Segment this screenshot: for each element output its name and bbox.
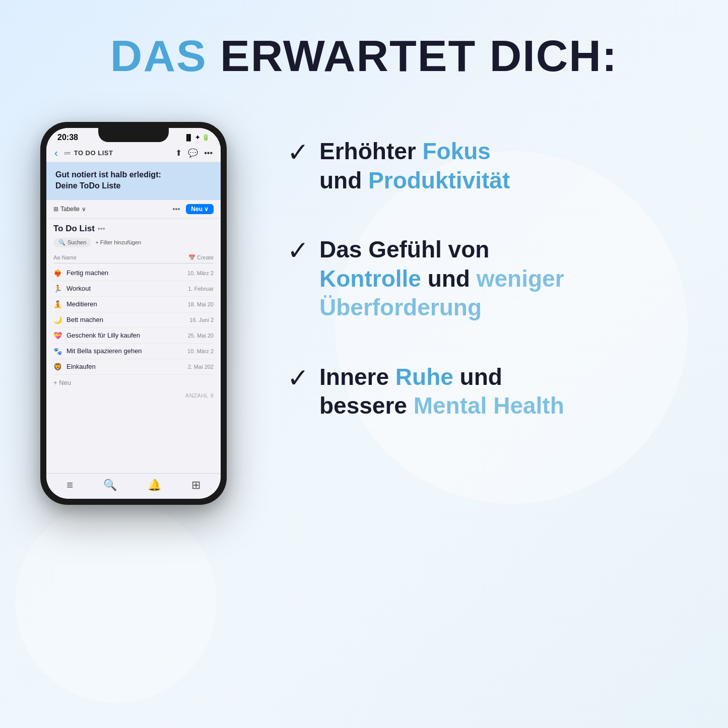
- list-item[interactable]: 🧘 Meditieren 18. Mai 20: [53, 297, 214, 312]
- signal-icon: ▐▌: [184, 134, 193, 141]
- item-name-5: Mit Bella spazieren gehen: [67, 347, 165, 355]
- table-icon: ⊞: [53, 206, 58, 213]
- phone-notch: [98, 128, 169, 142]
- benefit-text-3: Innere Ruhe und bessere Mental Health: [319, 363, 564, 421]
- highlight-produktivitaet: Produktivität: [368, 167, 510, 193]
- title-das: DAS: [110, 31, 207, 81]
- dropdown-arrow-icon: ∨: [82, 206, 86, 213]
- share-button[interactable]: ⬆: [175, 148, 182, 158]
- col-created-header: 📅 Create: [168, 254, 214, 261]
- benefit-item-1: ✓ Erhöhter Fokus und Produktivität: [287, 137, 678, 195]
- table-header: Aa Name 📅 Create: [53, 252, 214, 263]
- count-number: 9: [210, 392, 214, 399]
- add-item-label: + Neu: [53, 379, 71, 386]
- more-button[interactable]: •••: [204, 149, 213, 158]
- title-rest: ERWARTET DICH:: [207, 31, 618, 81]
- benefit-item-3: ✓ Innere Ruhe und bessere Mental Health: [287, 363, 678, 421]
- todo-header-line1: Gut notiert ist halb erledigt:: [55, 170, 161, 179]
- page-header: DAS ERWARTET DICH:: [40, 30, 688, 82]
- list-title: To Do List: [53, 224, 95, 234]
- nav-title: TO DO LIST: [74, 149, 113, 157]
- item-name-3: Bett machen: [67, 316, 165, 323]
- item-name-4: Geschenk für Lilly kaufen: [67, 332, 165, 339]
- highlight-kontrolle: Kontrolle: [319, 266, 421, 292]
- list-title-row: To Do List •••: [53, 224, 214, 234]
- item-name-0: Fertig machen: [67, 269, 165, 277]
- item-date-0: 10. März 2: [168, 270, 214, 276]
- count-row: ANZAHL 9: [53, 390, 214, 400]
- col-name-icon: Aa: [53, 254, 60, 260]
- tab-search-icon[interactable]: 🔍: [103, 479, 117, 492]
- new-button[interactable]: Neu ∨: [186, 204, 214, 214]
- nav-actions: ⬆ 💬 •••: [175, 148, 213, 158]
- new-button-label: Neu: [191, 206, 203, 213]
- item-emoji-6: 🦁: [53, 363, 63, 371]
- checkmark-2: ✓: [287, 237, 309, 263]
- tab-notification-icon[interactable]: 🔔: [148, 479, 161, 492]
- list-item[interactable]: 🦁 Einkaufen 2. Mai 202: [53, 359, 214, 375]
- add-item-button[interactable]: + Neu: [53, 375, 214, 390]
- highlight-fokus: Fokus: [422, 138, 490, 164]
- count-label: ANZAHL: [185, 392, 209, 399]
- app-toolbar: ⊞ Tabelle ∨ ••• Neu ∨: [46, 200, 221, 219]
- item-emoji-0: ❤️‍🔥: [53, 269, 63, 277]
- bottom-tab-bar: ≡ 🔍 🔔 ⊞: [46, 473, 221, 499]
- search-filter-bar: 🔍 Suchen + Filter hinzufügen: [53, 238, 214, 247]
- tab-list-icon[interactable]: ≡: [67, 479, 73, 492]
- list-item[interactable]: ❤️‍🔥 Fertig machen 10. März 2: [53, 266, 214, 281]
- wifi-icon: ✦: [195, 134, 200, 141]
- highlight-ruhe: Ruhe: [395, 364, 453, 390]
- item-name-1: Workout: [67, 285, 165, 292]
- phone-screen: 20:38 ▐▌ ✦ 🔋 ‹ ≔ TO DO LIST: [46, 128, 221, 499]
- search-label: Suchen: [68, 239, 86, 245]
- status-icons: ▐▌ ✦ 🔋: [184, 134, 210, 141]
- todo-header-line2: Deine ToDo Liste: [55, 181, 121, 190]
- phone-mockup: 20:38 ▐▌ ✦ 🔋 ‹ ≔ TO DO LIST: [40, 122, 227, 505]
- item-emoji-3: 🌙: [53, 316, 63, 324]
- back-button[interactable]: ‹: [54, 147, 58, 159]
- item-emoji-2: 🧘: [53, 300, 63, 308]
- todo-header-section: Gut notiert ist halb erledigt: Deine ToD…: [46, 162, 221, 200]
- benefit-text-1: Erhöhter Fokus und Produktivität: [319, 137, 510, 195]
- app-content: Gut notiert ist halb erledigt: Deine ToD…: [46, 162, 221, 403]
- list-item[interactable]: 🏃 Workout 1. Februar: [53, 281, 214, 297]
- table-view-button[interactable]: ⊞ Tabelle ∨: [53, 206, 86, 213]
- page-container: DAS ERWARTET DICH: 20:38 ▐▌ ✦ 🔋: [0, 0, 728, 728]
- comment-button[interactable]: 💬: [188, 148, 198, 158]
- benefits-section: ✓ Erhöhter Fokus und Produktivität ✓ Das…: [267, 122, 688, 461]
- col-created-label: 📅 Create: [188, 254, 214, 260]
- page-title: DAS ERWARTET DICH:: [40, 30, 688, 82]
- item-date-4: 25. Mai 20: [168, 333, 214, 339]
- item-date-5: 10. März 2: [168, 348, 214, 354]
- benefit-text-2: Das Gefühl von Kontrolle und wenigerÜber…: [319, 235, 564, 322]
- list-item[interactable]: 🐾 Mit Bella spazieren gehen 10. März 2: [53, 344, 214, 359]
- item-emoji-4: 💝: [53, 332, 63, 340]
- search-pill[interactable]: 🔍 Suchen: [53, 238, 91, 247]
- item-emoji-5: 🐾: [53, 347, 63, 355]
- list-item[interactable]: 🌙 Bett machen 16. Juni 2: [53, 312, 214, 328]
- item-date-2: 18. Mai 20: [168, 301, 214, 307]
- battery-icon: 🔋: [202, 134, 210, 141]
- search-icon: 🔍: [58, 239, 65, 246]
- item-name-6: Einkaufen: [67, 363, 165, 370]
- checkmark-1: ✓: [287, 139, 309, 165]
- toolbar-more-icon[interactable]: •••: [173, 205, 180, 213]
- highlight-mental-health: Mental Health: [414, 392, 564, 419]
- todo-header-text: Gut notiert ist halb erledigt: Deine ToD…: [55, 169, 212, 192]
- list-item[interactable]: 💝 Geschenk für Lilly kaufen 25. Mai 20: [53, 328, 214, 344]
- item-date-1: 1. Februar: [168, 286, 214, 292]
- nav-title-area: ≔ TO DO LIST: [64, 149, 172, 157]
- status-time: 20:38: [57, 133, 78, 142]
- item-date-6: 2. Mai 202: [168, 364, 214, 370]
- tab-add-icon[interactable]: ⊞: [191, 479, 201, 492]
- app-nav-bar: ‹ ≔ TO DO LIST ⬆ 💬 •••: [46, 144, 221, 162]
- filter-button[interactable]: + Filter hinzufügen: [95, 239, 141, 245]
- item-name-2: Meditieren: [67, 300, 165, 308]
- item-emoji-1: 🏃: [53, 285, 63, 293]
- phone-wrapper: 20:38 ▐▌ ✦ 🔋 ‹ ≔ TO DO LIST: [40, 122, 227, 505]
- list-more-icon[interactable]: •••: [98, 225, 105, 233]
- list-section: To Do List ••• 🔍 Suchen + Filter hinzufü…: [46, 219, 221, 403]
- col-name-header: Aa Name: [53, 254, 168, 261]
- benefit-item-2: ✓ Das Gefühl von Kontrolle und wenigerÜb…: [287, 235, 678, 322]
- new-dropdown-icon: ∨: [204, 206, 209, 213]
